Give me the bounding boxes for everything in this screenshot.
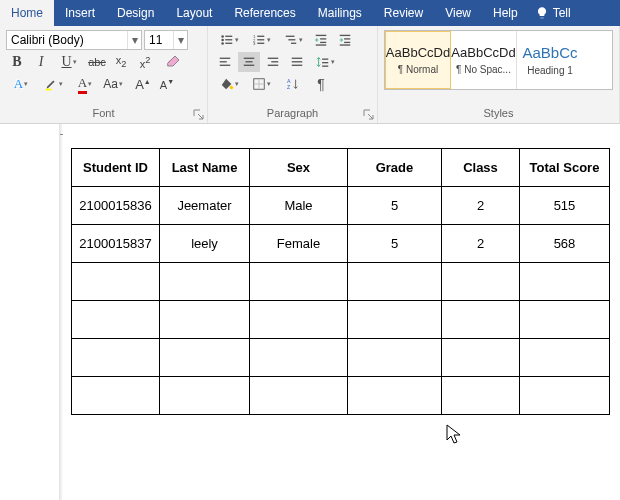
table-row[interactable]	[72, 301, 610, 339]
table-cell[interactable]	[72, 339, 160, 377]
tab-home[interactable]: Home	[0, 0, 54, 26]
svg-rect-25	[220, 61, 227, 62]
table-cell[interactable]: 2	[442, 225, 520, 263]
increase-indent-button[interactable]	[334, 30, 356, 50]
multilevel-list-button[interactable]: ▾	[278, 30, 308, 50]
table-cell[interactable]: 2100015837	[72, 225, 160, 263]
table-cell[interactable]	[348, 339, 442, 377]
table-cell[interactable]	[442, 339, 520, 377]
col-total-score[interactable]: Total Score	[520, 149, 610, 187]
justify-button[interactable]	[286, 52, 308, 72]
table-cell[interactable]	[250, 301, 348, 339]
align-right-button[interactable]	[262, 52, 284, 72]
table-row[interactable]	[72, 263, 610, 301]
table-cell[interactable]	[520, 263, 610, 301]
table-cell[interactable]	[520, 339, 610, 377]
col-sex[interactable]: Sex	[250, 149, 348, 187]
bold-button[interactable]: B	[6, 52, 28, 72]
superscript-button[interactable]: x2	[134, 52, 156, 72]
multilevel-icon	[284, 33, 298, 47]
line-spacing-button[interactable]: ▾	[310, 52, 340, 72]
student-table[interactable]: Student ID Last Name Sex Grade Class Tot…	[71, 148, 610, 415]
dialog-launcher-icon[interactable]	[193, 109, 205, 121]
table-cell[interactable]	[520, 301, 610, 339]
tab-review[interactable]: Review	[373, 0, 434, 26]
table-cell[interactable]	[442, 377, 520, 415]
page[interactable]: Student ID Last Name Sex Grade Class Tot…	[63, 124, 620, 500]
sort-button[interactable]: AZ	[278, 74, 308, 94]
table-cell[interactable]: leely	[160, 225, 250, 263]
tab-references[interactable]: References	[223, 0, 306, 26]
font-name-combo[interactable]: Calibri (Body) ▾	[6, 30, 142, 50]
table-row[interactable]	[72, 339, 610, 377]
table-cell[interactable]	[72, 377, 160, 415]
table-cell[interactable]	[250, 377, 348, 415]
style-no-spacing[interactable]: AaBbCcDd ¶ No Spac...	[451, 31, 517, 89]
align-center-button[interactable]	[238, 52, 260, 72]
table-cell[interactable]	[250, 339, 348, 377]
table-cell[interactable]	[348, 377, 442, 415]
table-cell[interactable]: 5	[348, 187, 442, 225]
bullets-button[interactable]: ▾	[214, 30, 244, 50]
style-heading1[interactable]: AaBbCc Heading 1	[517, 31, 583, 89]
dialog-launcher-icon[interactable]	[363, 109, 375, 121]
svg-rect-8	[257, 36, 264, 37]
table-cell[interactable]	[250, 263, 348, 301]
col-class[interactable]: Class	[442, 149, 520, 187]
tab-layout[interactable]: Layout	[165, 0, 223, 26]
tell-me[interactable]: Tell	[529, 0, 577, 26]
table-cell[interactable]	[160, 339, 250, 377]
subscript-button[interactable]: x2	[110, 52, 132, 72]
tab-design[interactable]: Design	[106, 0, 165, 26]
table-cell[interactable]	[160, 263, 250, 301]
grow-font-button[interactable]: A▲	[132, 74, 154, 94]
table-cell[interactable]	[160, 301, 250, 339]
table-cell[interactable]: Jeemater	[160, 187, 250, 225]
table-cell[interactable]	[442, 301, 520, 339]
strikethrough-button[interactable]: abc	[86, 52, 108, 72]
table-cell[interactable]	[348, 301, 442, 339]
table-cell[interactable]: 2	[442, 187, 520, 225]
styles-gallery[interactable]: AaBbCcDd ¶ Normal AaBbCcDd ¶ No Spac... …	[384, 30, 613, 90]
col-grade[interactable]: Grade	[348, 149, 442, 187]
underline-button[interactable]: U▾	[54, 52, 84, 72]
col-last-name[interactable]: Last Name	[160, 149, 250, 187]
table-cell[interactable]	[72, 301, 160, 339]
tab-view[interactable]: View	[434, 0, 482, 26]
font-size-combo[interactable]: 11 ▾	[144, 30, 188, 50]
borders-button[interactable]: ▾	[246, 74, 276, 94]
text-effects-button[interactable]: A▾	[6, 74, 36, 94]
shading-button[interactable]: ▾	[214, 74, 244, 94]
table-cell[interactable]: 5	[348, 225, 442, 263]
table-cell[interactable]: Female	[250, 225, 348, 263]
table-row[interactable]: 2100015836JeematerMale52515	[72, 187, 610, 225]
tab-mailings[interactable]: Mailings	[307, 0, 373, 26]
style-normal[interactable]: AaBbCcDd ¶ Normal	[385, 31, 451, 89]
italic-button[interactable]: I	[30, 52, 52, 72]
decrease-indent-button[interactable]	[310, 30, 332, 50]
table-row[interactable]: 2100015837leelyFemale52568	[72, 225, 610, 263]
table-cell[interactable]	[348, 263, 442, 301]
font-color-button[interactable]: A▾	[70, 74, 100, 94]
table-cell[interactable]: 568	[520, 225, 610, 263]
tab-insert[interactable]: Insert	[54, 0, 106, 26]
table-cell[interactable]: Male	[250, 187, 348, 225]
table-cell[interactable]	[160, 377, 250, 415]
numbering-button[interactable]: 123▾	[246, 30, 276, 50]
table-cell[interactable]: 515	[520, 187, 610, 225]
change-case-button[interactable]: Aa▾	[102, 74, 124, 94]
table-cell[interactable]	[442, 263, 520, 301]
table-cell[interactable]	[72, 263, 160, 301]
col-student-id[interactable]: Student ID	[72, 149, 160, 187]
clear-formatting-button[interactable]	[162, 52, 184, 72]
table-row[interactable]	[72, 377, 610, 415]
table-cell[interactable]	[520, 377, 610, 415]
shrink-font-button[interactable]: A▼	[156, 74, 178, 94]
align-left-button[interactable]	[214, 52, 236, 72]
highlight-button[interactable]: ▾	[38, 74, 68, 94]
show-marks-button[interactable]: ¶	[310, 74, 332, 94]
svg-rect-17	[320, 38, 326, 39]
svg-rect-15	[291, 43, 296, 44]
table-cell[interactable]: 2100015836	[72, 187, 160, 225]
tab-help[interactable]: Help	[482, 0, 529, 26]
